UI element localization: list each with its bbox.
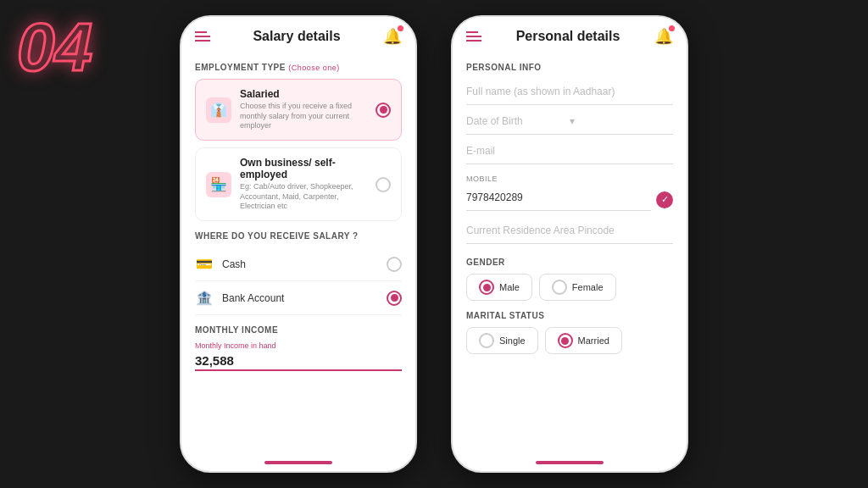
income-input[interactable] xyxy=(195,353,402,371)
monthly-income-section: MONTHLY INCOME Monthly Income in hand xyxy=(195,325,402,371)
phone-personal: Personal details 🔔 PERSONAL INFO Date of… xyxy=(451,15,688,473)
cash-left: 💳 Cash xyxy=(195,256,246,272)
personal-header: Personal details 🔔 xyxy=(453,17,687,53)
mobile-label: MOBILE xyxy=(466,175,673,183)
overlay-number: 04 xyxy=(17,8,92,86)
gender-buttons: Male Female xyxy=(466,274,673,301)
mobile-row: ✓ xyxy=(466,185,673,214)
salary-section-label: WHERE DO YOU RECEIVE SALARY ? xyxy=(195,231,402,241)
mobile-input[interactable] xyxy=(466,185,651,211)
salaried-title: Salaried xyxy=(240,88,367,100)
dob-arrow-icon: ▾ xyxy=(570,115,673,127)
bank-account-row[interactable]: 🏦 Bank Account xyxy=(195,281,402,315)
personal-bell-icon[interactable]: 🔔 xyxy=(654,27,673,46)
married-radio-inner xyxy=(561,337,569,345)
married-radio[interactable] xyxy=(558,333,573,348)
personal-content: PERSONAL INFO Date of Birth ▾ MOBILE ✓ G… xyxy=(453,53,687,464)
bottom-bar-2 xyxy=(536,461,604,464)
self-employed-radio[interactable] xyxy=(376,177,391,192)
mobile-check-icon: ✓ xyxy=(656,191,673,208)
female-button[interactable]: Female xyxy=(539,274,616,301)
bank-account-label: Bank Account xyxy=(222,292,284,304)
single-radio[interactable] xyxy=(479,333,494,348)
salary-header: Salary details 🔔 xyxy=(181,17,415,53)
female-label: Female xyxy=(572,282,604,292)
salaried-desc: Choose this if you receive a fixed month… xyxy=(240,102,367,131)
bottom-bar-1 xyxy=(264,461,332,464)
marital-section: MARITAL STATUS Single Married xyxy=(466,311,673,354)
monthly-income-label: MONTHLY INCOME xyxy=(195,325,402,335)
choose-one-label: (Choose one) xyxy=(288,64,340,72)
married-button[interactable]: Married xyxy=(545,327,622,354)
male-radio[interactable] xyxy=(479,280,494,295)
self-employed-desc: Eg: Cab/Auto driver, Shopkeeper, Account… xyxy=(240,182,367,212)
male-label: Male xyxy=(499,282,520,292)
cash-icon: 💳 xyxy=(195,256,214,272)
salaried-text: Salaried Choose this if you receive a fi… xyxy=(240,88,367,131)
salary-content: EMPLOYMENT TYPE (Choose one) 👔 Salaried … xyxy=(181,53,415,464)
bank-left: 🏦 Bank Account xyxy=(195,290,284,306)
phone-salary: Salary details 🔔 EMPLOYMENT TYPE (Choose… xyxy=(180,15,417,473)
bank-radio-inner xyxy=(391,294,398,302)
dob-row[interactable]: Date of Birth ▾ xyxy=(466,108,673,135)
salaried-icon: 👔 xyxy=(206,97,231,123)
salaried-radio-inner xyxy=(380,106,387,114)
male-radio-inner xyxy=(483,284,491,291)
salaried-radio[interactable] xyxy=(376,103,391,118)
employment-type-label: EMPLOYMENT TYPE (Choose one) xyxy=(195,63,402,72)
self-employed-text: Own business/ self-employed Eg: Cab/Auto… xyxy=(240,157,367,212)
self-employed-option[interactable]: 🏪 Own business/ self-employed Eg: Cab/Au… xyxy=(195,147,402,221)
phones-container: Salary details 🔔 EMPLOYMENT TYPE (Choose… xyxy=(180,15,688,473)
income-placeholder-label: Monthly Income in hand xyxy=(195,341,402,350)
bank-icon: 🏦 xyxy=(195,290,214,306)
bank-radio[interactable] xyxy=(387,291,402,306)
gender-label: GENDER xyxy=(466,258,673,267)
menu-icon[interactable] xyxy=(195,31,210,42)
single-label: Single xyxy=(499,336,526,346)
fullname-input[interactable] xyxy=(466,79,673,105)
single-button[interactable]: Single xyxy=(466,327,538,354)
marital-label: MARITAL STATUS xyxy=(466,311,673,320)
pincode-input[interactable] xyxy=(466,218,673,244)
cash-row[interactable]: 💳 Cash xyxy=(195,247,402,281)
cash-label: Cash xyxy=(222,258,246,270)
personal-title: Personal details xyxy=(516,29,620,44)
salary-title: Salary details xyxy=(253,29,340,44)
female-radio[interactable] xyxy=(552,280,567,295)
dob-placeholder: Date of Birth xyxy=(466,115,570,127)
personal-notification-dot xyxy=(669,25,675,31)
notification-dot xyxy=(398,25,403,31)
self-employed-icon: 🏪 xyxy=(206,172,231,197)
self-employed-title: Own business/ self-employed xyxy=(240,157,367,180)
personal-menu-icon[interactable] xyxy=(466,31,481,42)
salaried-option[interactable]: 👔 Salaried Choose this if you receive a … xyxy=(195,79,402,141)
gender-section: GENDER Male Female xyxy=(466,258,673,301)
male-button[interactable]: Male xyxy=(466,274,532,301)
bell-icon[interactable]: 🔔 xyxy=(383,27,402,46)
cash-radio[interactable] xyxy=(387,257,402,272)
personal-info-label: PERSONAL INFO xyxy=(466,63,673,72)
email-input[interactable] xyxy=(466,138,673,164)
married-label: Married xyxy=(578,336,609,346)
marital-buttons: Single Married xyxy=(466,327,673,354)
